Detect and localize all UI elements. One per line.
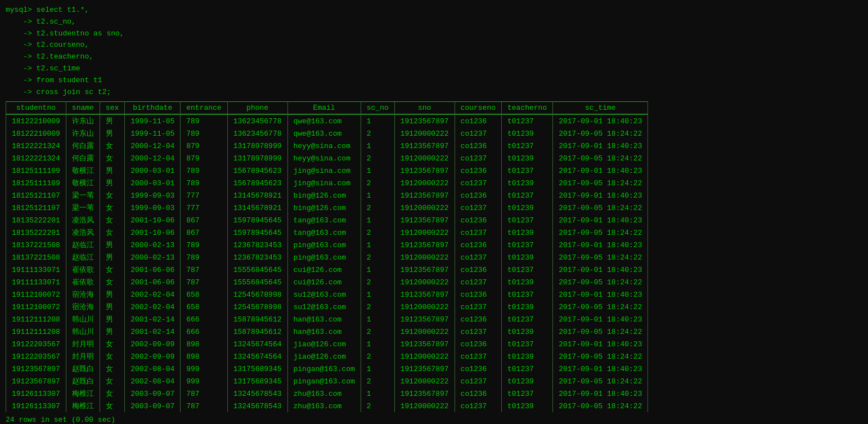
table-cell: 15878945612 xyxy=(228,313,288,325)
col-email: Email xyxy=(288,101,361,114)
query-block: mysql> select t1.*, -> t2.sc_no, -> t2.s… xyxy=(6,5,862,98)
table-cell: 赵临江 xyxy=(66,251,100,264)
table-cell: 15978945645 xyxy=(228,214,288,226)
table-cell: 女 xyxy=(100,264,125,276)
table-cell: cui@126.com xyxy=(288,264,361,276)
table-cell: 2 xyxy=(361,152,395,164)
col-birthdate: birthdate xyxy=(125,101,181,114)
table-cell: 18122210009 xyxy=(6,127,66,140)
table-cell: 12545678998 xyxy=(228,288,288,301)
table-cell: 梁一苇 xyxy=(66,189,100,202)
table-cell: 13145678921 xyxy=(228,202,288,214)
table-cell: jing@sina.com xyxy=(288,164,361,177)
table-cell: 2 xyxy=(361,325,395,338)
table-cell: 19123567897 xyxy=(395,214,455,226)
table-cell: 2 xyxy=(361,350,395,363)
table-cell: 19126113307 xyxy=(6,400,66,412)
table-row: 19112111208韩山川男2001-02-1466615878945612h… xyxy=(6,325,648,338)
table-cell: 许东山 xyxy=(66,127,100,140)
table-cell: 2017-09-01 18:40:23 xyxy=(553,363,648,375)
table-cell: 何白露 xyxy=(66,140,100,152)
table-header-row: studentno sname sex birthdate entrance p… xyxy=(6,101,648,114)
table-cell: 19123567897 xyxy=(395,363,455,375)
table-cell: 2 xyxy=(361,226,395,239)
table-cell: 2001-10-06 xyxy=(125,226,181,239)
table-cell: 2017-09-01 18:40:23 xyxy=(553,140,648,152)
table-cell: 19120000222 xyxy=(395,301,455,313)
table-cell: 777 xyxy=(181,189,227,202)
table-cell: 19112100072 xyxy=(6,301,66,313)
table-cell: 898 xyxy=(181,338,227,350)
table-row: 19112100072宿沧海男2002-02-0465812545678998s… xyxy=(6,301,648,313)
table-row: 19122203567封月明女2002-09-0989813245674564j… xyxy=(6,338,648,350)
table-cell: 男 xyxy=(100,127,125,140)
col-teacherno: teacherno xyxy=(502,101,553,114)
table-cell: 13245674564 xyxy=(228,350,288,363)
table-cell: 梁一苇 xyxy=(66,202,100,214)
col-sc_time: sc_time xyxy=(553,101,648,114)
table-cell: han@163.com xyxy=(288,313,361,325)
table-cell: 789 xyxy=(181,177,227,189)
table-row: 18125121107梁一苇女1999-09-0377713145678921b… xyxy=(6,189,648,202)
table-cell: 1 xyxy=(361,338,395,350)
table-cell: 12367823453 xyxy=(228,239,288,251)
table-cell: 2000-02-13 xyxy=(125,251,181,264)
table-cell: 2017-09-05 18:24:22 xyxy=(553,400,648,412)
table-cell: 18125111109 xyxy=(6,177,66,189)
table-cell: 宿沧海 xyxy=(66,301,100,313)
table-cell: 789 xyxy=(181,127,227,140)
table-cell: heyy@sina.com xyxy=(288,152,361,164)
table-cell: t01239 xyxy=(502,251,553,264)
table-cell: 19123567897 xyxy=(395,288,455,301)
table-cell: 2 xyxy=(361,251,395,264)
table-cell: co1236 xyxy=(455,264,502,276)
table-cell: 2 xyxy=(361,202,395,214)
col-sname: sname xyxy=(66,101,100,114)
result-table: studentno sname sex birthdate entrance p… xyxy=(6,101,648,412)
table-cell: zhu@163.com xyxy=(288,400,361,412)
table-cell: jiao@126.com xyxy=(288,338,361,350)
table-cell: co1237 xyxy=(455,375,502,387)
table-cell: t01237 xyxy=(502,189,553,202)
table-row: 19122203567封月明女2002-09-0989813245674564j… xyxy=(6,350,648,363)
table-cell: co1237 xyxy=(455,276,502,288)
table-row: 18122210009许东山男1999-11-0578913623456778q… xyxy=(6,127,648,140)
table-cell: 许东山 xyxy=(66,114,100,127)
table-cell: 2017-09-05 18:24:22 xyxy=(553,375,648,387)
table-cell: 19123567897 xyxy=(6,363,66,375)
table-cell: co1236 xyxy=(455,140,502,152)
table-cell: 2017-09-01 18:40:23 xyxy=(553,264,648,276)
table-cell: 19120000222 xyxy=(395,152,455,164)
table-cell: co1236 xyxy=(455,363,502,375)
table-cell: 789 xyxy=(181,239,227,251)
table-cell: 女 xyxy=(100,338,125,350)
table-cell: 18125121107 xyxy=(6,202,66,214)
table-cell: 1999-11-05 xyxy=(125,127,181,140)
table-cell: ping@163.com xyxy=(288,251,361,264)
table-cell: 2001-02-14 xyxy=(125,325,181,338)
table-row: 18135222201凌浩风女2001-10-0686715978945645t… xyxy=(6,214,648,226)
table-cell: 1 xyxy=(361,387,395,400)
table-cell: 787 xyxy=(181,276,227,288)
table-cell: 19123567897 xyxy=(395,313,455,325)
table-cell: 1 xyxy=(361,264,395,276)
table-cell: t01239 xyxy=(502,301,553,313)
table-cell: 15678945623 xyxy=(228,177,288,189)
table-cell: 19126113307 xyxy=(6,387,66,400)
table-cell: co1236 xyxy=(455,338,502,350)
table-cell: 敬横江 xyxy=(66,164,100,177)
table-cell: 19123567897 xyxy=(395,264,455,276)
table-row: 18137221508赵临江男2000-02-1378912367823453p… xyxy=(6,239,648,251)
table-cell: 18125111109 xyxy=(6,164,66,177)
table-cell: 1 xyxy=(361,288,395,301)
table-cell: 18135222201 xyxy=(6,214,66,226)
table-cell: t01239 xyxy=(502,127,553,140)
table-cell: co1237 xyxy=(455,350,502,363)
table-cell: 19122203567 xyxy=(6,338,66,350)
table-row: 19123567897赵既白女2002-08-0499913175689345p… xyxy=(6,363,648,375)
table-cell: 2017-09-05 18:24:22 xyxy=(553,202,648,214)
table-cell: t01237 xyxy=(502,387,553,400)
table-cell: 19120000222 xyxy=(395,325,455,338)
query-line-8: -> cross join sc t2; xyxy=(6,87,862,99)
table-cell: co1237 xyxy=(455,301,502,313)
